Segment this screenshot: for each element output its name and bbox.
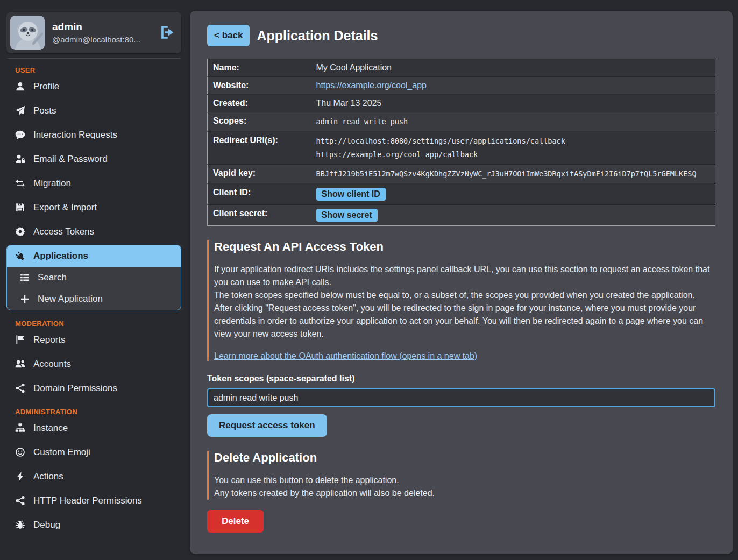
delete-line-2: Any tokens created by the application wi…: [214, 487, 715, 500]
sidebar-item-accounts[interactable]: Accounts: [6, 352, 181, 376]
applications-menu-group: Applications Search New Application: [6, 245, 181, 310]
sidebar-item-applications[interactable]: Applications: [7, 245, 181, 267]
sidebar-item-label: Posts: [33, 105, 56, 116]
arrows-left-right-icon: [15, 178, 25, 188]
scopes-value: admin read write push: [311, 112, 715, 132]
table-row-vapid-key: Vapid key: BBJffJ219b5iE512m7wQSzv4KgKDh…: [208, 165, 715, 184]
sidebar-item-email-password[interactable]: Email & Password: [6, 147, 181, 171]
redirect-uri-2: https://example.org/cool_app/callback: [316, 149, 710, 160]
sidebar-item-access-tokens[interactable]: Access Tokens: [6, 219, 181, 244]
plus-icon: [20, 294, 30, 304]
sidebar-item-label: Export & Import: [33, 202, 97, 213]
sidebar-item-label: Search: [38, 272, 67, 283]
sidebar-item-posts[interactable]: Posts: [6, 98, 181, 123]
request-token-para-1: If your application redirect URIs includ…: [214, 263, 715, 289]
user-handle: @admin@localhost:80...: [52, 35, 140, 44]
sidebar-item-reports[interactable]: Reports: [6, 328, 181, 352]
sidebar-item-applications-new[interactable]: New Application: [7, 288, 181, 310]
redirect-uris-label: Redirect URI(s):: [208, 132, 311, 165]
sidebar-item-applications-search[interactable]: Search: [7, 267, 181, 288]
created-value: Thu Mar 13 2025: [311, 95, 715, 112]
delete-button[interactable]: Delete: [207, 510, 264, 533]
bug-icon: [15, 520, 25, 530]
user-lock-icon: [15, 154, 25, 164]
sidebar-item-custom-emoji[interactable]: Custom Emoji: [6, 440, 181, 464]
sitemap-icon: [15, 423, 25, 433]
show-secret-button[interactable]: Show secret: [316, 209, 378, 222]
request-token-title: Request An API Access Token: [214, 240, 715, 254]
sidebar-item-http-header-permissions[interactable]: HTTP Header Permissions: [6, 488, 181, 513]
vapid-key-label: Vapid key:: [208, 165, 311, 184]
sidebar-item-profile[interactable]: Profile: [6, 74, 181, 98]
share-nodes-icon: [15, 495, 25, 506]
section-header-moderation: MODERATION: [6, 312, 181, 328]
sidebar-item-label: Interaction Requests: [33, 130, 117, 140]
token-scopes-label: Token scopes (space-separated list): [207, 374, 715, 384]
list-icon: [20, 273, 30, 282]
sign-out-icon: [159, 25, 174, 40]
application-details-table: Name: My Cool Application Website: https…: [207, 59, 715, 226]
vapid-key-value: BBJffJ219b5iE512m7wQSzv4KgKDhgZZVzNyWC_r…: [311, 165, 715, 184]
sidebar-item-label: Access Tokens: [33, 226, 94, 237]
sidebar-item-label: Accounts: [33, 359, 71, 370]
sidebar-item-debug[interactable]: Debug: [6, 513, 181, 537]
client-secret-label: Client secret:: [208, 205, 311, 226]
flag-icon: [15, 335, 25, 345]
sidebar-item-label: Instance: [33, 423, 68, 434]
sidebar-item-label: Email & Password: [33, 154, 108, 165]
delete-application-section: Delete Application You can use this butt…: [207, 451, 715, 500]
sidebar-item-label: Actions: [33, 471, 63, 482]
sidebar-item-actions[interactable]: Actions: [6, 464, 181, 488]
users-icon: [15, 359, 25, 369]
oauth-docs-link[interactable]: Learn more about the OAuth authenticatio…: [214, 351, 477, 360]
user-icon: [15, 81, 25, 91]
table-row-scopes: Scopes: admin read write push: [208, 112, 715, 132]
name-label: Name:: [208, 59, 311, 77]
bolt-icon: [15, 471, 25, 481]
face-smile-icon: [15, 447, 25, 457]
sidebar-item-domain-permissions[interactable]: Domain Permissions: [6, 376, 181, 400]
floppy-disk-icon: [15, 202, 25, 212]
section-header-user: USER: [6, 59, 181, 74]
share-nodes-icon: [15, 383, 25, 393]
back-button[interactable]: < back: [207, 25, 250, 46]
delete-application-title: Delete Application: [214, 451, 715, 465]
page-title: Application Details: [257, 28, 378, 44]
table-row-client-id: Client ID: Show client ID: [208, 184, 715, 205]
request-token-section: Request An API Access Token If your appl…: [207, 240, 715, 361]
sidebar-item-label: Profile: [33, 81, 59, 92]
sidebar-item-label: Debug: [33, 520, 60, 530]
sidebar-item-label: Domain Permissions: [33, 383, 117, 394]
sidebar-item-label: Applications: [33, 251, 88, 261]
sidebar-item-instance[interactable]: Instance: [6, 416, 181, 440]
table-row-created: Created: Thu Mar 13 2025: [208, 95, 715, 112]
scopes-label: Scopes:: [208, 112, 311, 132]
table-row-client-secret: Client secret: Show secret: [208, 205, 715, 226]
request-token-para-2: The token scopes specified below must be…: [214, 289, 715, 302]
table-row-website: Website: https://example.org/cool_app: [208, 77, 715, 95]
show-client-id-button[interactable]: Show client ID: [316, 188, 386, 201]
table-row-name: Name: My Cool Application: [208, 59, 715, 77]
sloth-avatar: [10, 16, 45, 50]
created-label: Created:: [208, 95, 311, 112]
user-meta: admin @admin@localhost:80...: [52, 21, 140, 44]
delete-line-1: You can use this button to delete the ap…: [214, 474, 715, 487]
logout-button[interactable]: [159, 25, 175, 41]
sidebar-item-label: Migration: [33, 178, 71, 189]
website-link[interactable]: https://example.org/cool_app: [316, 81, 427, 90]
section-header-administration: ADMINISTRATION: [6, 400, 181, 416]
token-scopes-input[interactable]: [207, 388, 715, 407]
comment-dots-icon: [15, 130, 25, 140]
sidebar-item-label: HTTP Header Permissions: [33, 495, 142, 506]
sidebar-item-migration[interactable]: Migration: [6, 171, 181, 195]
paper-plane-icon: [15, 105, 25, 116]
sidebar-item-interaction-requests[interactable]: Interaction Requests: [6, 123, 181, 147]
user-card[interactable]: admin @admin@localhost:80...: [6, 12, 181, 53]
application-details-panel: < back Application Details Name: My Cool…: [190, 11, 733, 554]
certificate-icon: [15, 226, 25, 237]
sidebar-item-label: Custom Emoji: [33, 447, 90, 458]
request-access-token-button[interactable]: Request access token: [207, 414, 327, 437]
sidebar-item-label: Reports: [33, 335, 66, 345]
plug-icon: [15, 251, 25, 261]
sidebar-item-export-import[interactable]: Export & Import: [6, 195, 181, 219]
